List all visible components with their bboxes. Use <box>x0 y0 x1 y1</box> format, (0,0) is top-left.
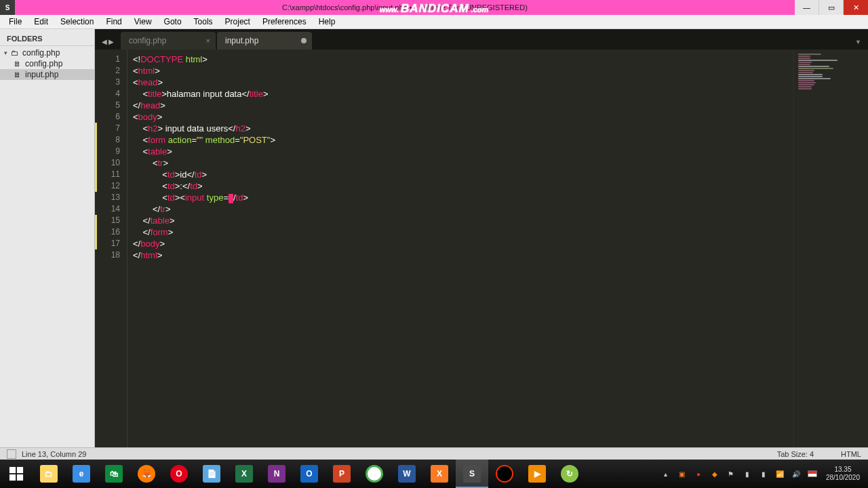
svg-rect-1 <box>17 467 23 473</box>
minimap[interactable] <box>793 49 868 447</box>
taskbar-media-icon[interactable]: ▶ <box>521 460 553 488</box>
tray-volume-icon[interactable]: 🔊 <box>791 468 802 479</box>
taskbar-onenote-icon[interactable]: N <box>260 460 293 488</box>
folders-header: FOLDERS <box>0 32 94 46</box>
tray-record-icon[interactable]: ● <box>693 468 704 479</box>
syntax-mode[interactable]: HTML <box>841 450 861 458</box>
taskbar: 🗀 e 🛍 🦊 O 📄 X N O P W X S ▶ ↻ ▴ ▣ ● ◆ ⚑ … <box>0 460 868 488</box>
menu-find[interactable]: Find <box>100 17 127 26</box>
folder-label: config.php <box>22 48 60 58</box>
app-icon: S <box>0 0 15 15</box>
file-label: config.php <box>25 59 62 68</box>
maximize-button[interactable]: ▭ <box>819 0 844 15</box>
menu-selection[interactable]: Selection <box>54 17 100 26</box>
tab-input[interactable]: input.php <box>217 32 312 49</box>
folder-icon: 🗀 <box>11 49 20 57</box>
svg-rect-2 <box>9 474 16 481</box>
taskbar-app-icon[interactable]: ↻ <box>553 460 586 488</box>
tray-battery-icon[interactable]: ▮ <box>742 468 753 479</box>
menu-tools[interactable]: Tools <box>188 17 219 26</box>
taskbar-sublime-icon[interactable]: S <box>456 460 488 488</box>
tray-show-hidden-icon[interactable]: ▴ <box>660 468 671 479</box>
taskbar-chrome-icon[interactable] <box>358 460 391 488</box>
tab-overflow-icon[interactable]: ▼ <box>855 39 868 49</box>
file-icon: 🗎 <box>14 60 23 68</box>
menu-goto[interactable]: Goto <box>158 17 188 26</box>
system-tray: ▴ ▣ ● ◆ ⚑ ▮ ▮ 📶 🔊 13.35 28/10/2020 <box>660 466 868 482</box>
tab-config[interactable]: config.php × <box>121 32 216 49</box>
tray-lang-icon[interactable] <box>807 468 818 479</box>
statusbar: Line 13, Column 29 Tab Size: 4 HTML <box>0 447 868 460</box>
start-button[interactable] <box>0 460 33 488</box>
taskbar-ie-icon[interactable]: e <box>65 460 98 488</box>
taskbar-notepad-icon[interactable]: 📄 <box>195 460 228 488</box>
tabbar: ◀ ▶ config.php × input.php ▼ <box>95 29 868 49</box>
file-icon: 🗎 <box>14 70 23 79</box>
tray-app-icon[interactable]: ◆ <box>709 468 720 479</box>
taskbar-clock[interactable]: 13.35 28/10/2020 <box>823 466 863 482</box>
tab-nav-arrows[interactable]: ◀ ▶ <box>95 38 121 49</box>
menu-preferences[interactable]: Preferences <box>256 17 313 26</box>
bandicam-watermark: www.BANDICAM.com <box>380 2 489 16</box>
tab-label: config.php <box>129 36 166 45</box>
window-controls: — ▭ ✕ <box>795 0 868 15</box>
minimize-button[interactable]: — <box>795 0 819 15</box>
folder-root[interactable]: ▾ 🗀 config.php <box>0 47 94 58</box>
tab-label: input.php <box>225 36 258 45</box>
taskbar-firefox-icon[interactable]: 🦊 <box>130 460 163 488</box>
menu-view[interactable]: View <box>128 17 158 26</box>
sidebar: FOLDERS ▾ 🗀 config.php 🗎 config.php 🗎 in… <box>0 29 95 447</box>
code-editor[interactable]: 123456789101112131415161718 <!DOCTYPE ht… <box>95 49 868 447</box>
tray-xampp-icon[interactable]: ▣ <box>677 468 688 479</box>
tray-flag-icon[interactable]: ⚑ <box>726 468 736 479</box>
taskbar-explorer-icon[interactable]: 🗀 <box>33 460 65 488</box>
tab-size[interactable]: Tab Size: 4 <box>777 450 814 458</box>
close-button[interactable]: ✕ <box>844 0 868 15</box>
cursor-position: Line 13, Column 29 <box>22 450 86 458</box>
taskbar-bandicam-icon[interactable] <box>488 460 521 488</box>
file-item[interactable]: 🗎 config.php <box>0 58 94 69</box>
taskbar-powerpoint-icon[interactable]: P <box>326 460 358 488</box>
menu-file[interactable]: File <box>3 17 28 26</box>
chevron-down-icon: ▾ <box>4 49 11 56</box>
svg-rect-3 <box>17 474 23 481</box>
menu-help[interactable]: Help <box>313 17 342 26</box>
menubar: File Edit Selection Find View Goto Tools… <box>0 15 868 29</box>
line-gutter: 123456789101112131415161718 <box>95 49 127 447</box>
svg-rect-0 <box>9 467 16 473</box>
menu-edit[interactable]: Edit <box>28 17 54 26</box>
dirty-indicator-icon <box>301 38 307 43</box>
file-label: input.php <box>25 70 58 79</box>
menu-project[interactable]: Project <box>219 17 256 26</box>
taskbar-xampp-icon[interactable]: X <box>423 460 456 488</box>
taskbar-store-icon[interactable]: 🛍 <box>98 460 130 488</box>
tray-network-icon[interactable]: ▮ <box>758 468 769 479</box>
file-item[interactable]: 🗎 input.php <box>0 69 94 80</box>
taskbar-outlook-icon[interactable]: O <box>293 460 326 488</box>
status-icon[interactable] <box>7 449 16 459</box>
close-icon[interactable]: × <box>206 37 210 45</box>
code-content[interactable]: <!DOCTYPE html> <html> <head> <title>hal… <box>127 49 868 447</box>
taskbar-opera-icon[interactable]: O <box>163 460 195 488</box>
taskbar-word-icon[interactable]: W <box>391 460 423 488</box>
tray-signal-icon[interactable]: 📶 <box>774 468 785 479</box>
taskbar-excel-icon[interactable]: X <box>228 460 260 488</box>
